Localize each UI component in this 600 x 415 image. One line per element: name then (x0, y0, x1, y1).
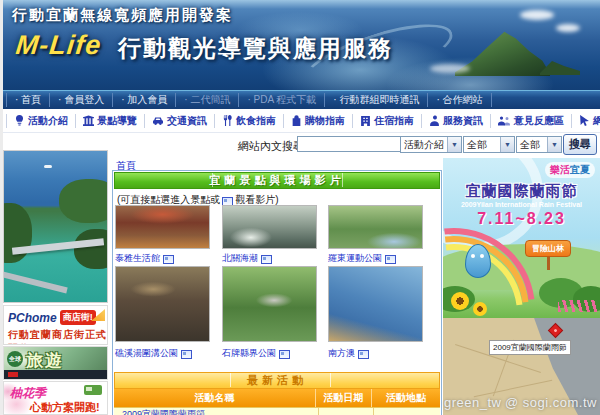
project-title: 行動宜蘭無線寬頻應用開發案 (12, 6, 233, 25)
cloud-decoration (556, 24, 580, 32)
activity-name-link[interactable]: 2009宜蘭國際蘭雨節 (114, 408, 318, 415)
island-shadow (540, 55, 580, 75)
bar-divider (330, 373, 331, 387)
search-filter1-select[interactable]: 全部 ▼ (463, 136, 515, 153)
event-icon (14, 115, 25, 126)
nav-events[interactable]: 活動介紹 (6, 114, 76, 128)
gallery-photo-luodong-sports-park[interactable] (328, 205, 423, 249)
festival-title: 宜蘭國際蘭雨節 (443, 182, 600, 201)
activity-date-cell (318, 408, 373, 415)
adventure-sign: 冒險山林 (525, 240, 571, 257)
service-icon (429, 115, 440, 126)
grass-decoration (558, 300, 598, 312)
column-activity-date: 活動日期 (316, 389, 372, 407)
travel-ad-title: 旅遊 (26, 349, 64, 372)
nav-services[interactable]: 服務資訊 (422, 114, 491, 128)
search-input[interactable] (297, 136, 401, 152)
gallery-photo-taiya-living-museum[interactable] (115, 205, 210, 249)
festival-subtitle: 2009Yilan International Rain Festival (443, 201, 600, 208)
site-search-label: 網站內文搜尋 (238, 139, 304, 154)
gallery-caption-link[interactable]: 北關海潮 (222, 252, 272, 265)
nav-traffic[interactable]: 交通資訊 (145, 114, 215, 128)
rain-festival-ad[interactable]: 樂活宜夏 宜蘭國際蘭雨節 2009Yilan International Rai… (443, 158, 600, 318)
pomelo-ad-text: 心動方案開跑! (30, 400, 100, 415)
nav-partner-sites[interactable]: 合作網站 (428, 93, 491, 107)
mlife-yilan-homepage: 行動宜蘭無線寬頻應用開發案 M-Life 行動觀光導覽與應用服務 首頁 會員登入… (0, 0, 600, 415)
hotel-icon (360, 115, 371, 126)
nav-pda-download[interactable]: PDA 程式下載 (239, 93, 325, 107)
column-activity-place: 活動地點 (372, 389, 440, 407)
feedback-icon (498, 115, 511, 126)
watermark-username: green_tw (444, 395, 501, 410)
bar-divider (342, 173, 343, 187)
nav-lodging[interactable]: 住宿指南 (353, 114, 422, 128)
nav-feedback[interactable]: 意見反應區 (491, 114, 572, 128)
boat-decoration (44, 165, 52, 168)
landmark-icon (83, 115, 94, 126)
pchome-logo: PChome (8, 311, 57, 325)
map-label: 2009宜蘭國際蘭雨節 (489, 340, 571, 355)
search-category-select[interactable]: 活動介紹 ▼ (400, 136, 462, 153)
global-travel-ad[interactable]: 全球 旅遊 (3, 346, 108, 380)
sitemap-icon (579, 115, 590, 126)
search-filter2-select[interactable]: 全部 ▼ (516, 136, 562, 153)
gallery-caption-link[interactable]: 泰雅生活館 (115, 252, 174, 265)
site-banner: 行動宜蘭無線寬頻應用開發案 M-Life 行動觀光導覽與應用服務 (0, 0, 600, 90)
video-icon[interactable] (261, 255, 272, 264)
logo-mark (8, 372, 18, 377)
activity-place-cell (373, 408, 440, 415)
pchome-ad-text: 行動宜蘭商店街正式開幕 (8, 328, 107, 345)
latest-activities-title: 最新活動 (247, 373, 307, 388)
watermark-site: @ sogi.com.tw (505, 395, 597, 410)
nav-sms[interactable]: 二代簡訊 (176, 93, 239, 107)
video-icon[interactable] (358, 350, 369, 359)
scenic-cove-photo[interactable] (3, 150, 108, 303)
nav-sitemap[interactable]: 網站地圖 (572, 114, 600, 128)
gallery-photo-shipai-county-border-park[interactable] (222, 266, 317, 342)
secondary-nav: 活動介紹 景點導覽 交通資訊 飲食指南 購物指南 住宿指南 服務資訊 意見反應 (0, 109, 600, 133)
food-icon (222, 115, 233, 126)
service-title: 行動觀光導覽與應用服務 (118, 33, 393, 64)
gallery-caption-link[interactable]: 羅東運動公園 (328, 252, 396, 265)
festival-dates: 7.11~8.23 (443, 210, 600, 228)
gallery-caption-link[interactable]: 礁溪湯圍溝公園 (115, 347, 192, 360)
video-icon[interactable] (385, 255, 396, 264)
nav-attractions[interactable]: 景點導覽 (76, 114, 145, 128)
cloud-decoration (430, 64, 470, 73)
dropdown-arrow-icon: ▼ (500, 137, 514, 152)
nav-food[interactable]: 飲食指南 (215, 114, 284, 128)
nav-home[interactable]: 首頁 (6, 93, 50, 107)
sunflower-decoration (451, 292, 469, 310)
dropdown-arrow-icon: ▼ (547, 137, 561, 152)
gallery-photo-beiguan-tidal[interactable] (222, 205, 317, 249)
cloud-decoration (520, 10, 554, 20)
cliff-decoration (74, 229, 108, 269)
video-icon[interactable] (163, 255, 174, 264)
traffic-icon (152, 115, 164, 126)
nav-join-member[interactable]: 加入會員 (113, 93, 176, 107)
nav-shopping[interactable]: 購物指南 (284, 114, 353, 128)
video-icon[interactable] (181, 350, 192, 359)
nav-mobile-group-im[interactable]: 行動群組即時通訊 (325, 93, 428, 107)
gallery-photo-jiaoxi-tangweigou-park[interactable] (115, 266, 210, 342)
bar-divider (212, 173, 213, 187)
gallery-photo-nanfangao[interactable] (328, 266, 423, 342)
video-icon[interactable] (279, 350, 290, 359)
pchome-store-ad[interactable]: PChome 商店街! 行動宜蘭商店街正式開幕 (3, 305, 108, 345)
primary-nav: 首頁 會員登入 加入會員 二代簡訊 PDA 程式下載 行動群組即時通訊 合作網站 (0, 90, 600, 109)
raindrop-mascot (465, 244, 491, 278)
activities-table-header: 活動名稱 活動日期 活動地點 (114, 389, 440, 407)
sunflower-decoration (473, 302, 487, 316)
globe-badge: 全球 (7, 351, 23, 367)
nav-member-login[interactable]: 會員登入 (50, 93, 113, 107)
search-button[interactable]: 搜尋 (563, 134, 597, 155)
pomelo-season-ad[interactable]: 柚花季 心動方案開跑! (3, 381, 108, 415)
gallery-caption-link[interactable]: 石牌縣界公園 (222, 347, 290, 360)
lohas-summer-badge: 樂活宜夏 (545, 162, 595, 178)
gallery-title: 宜蘭景點與環場影片 (210, 173, 345, 188)
bar-divider (230, 373, 231, 387)
dropdown-arrow-icon: ▼ (447, 137, 461, 152)
breakwater-decoration (3, 271, 68, 294)
gallery-caption-link[interactable]: 南方澳 (328, 347, 369, 360)
mlife-logo: M-Life (14, 30, 103, 61)
